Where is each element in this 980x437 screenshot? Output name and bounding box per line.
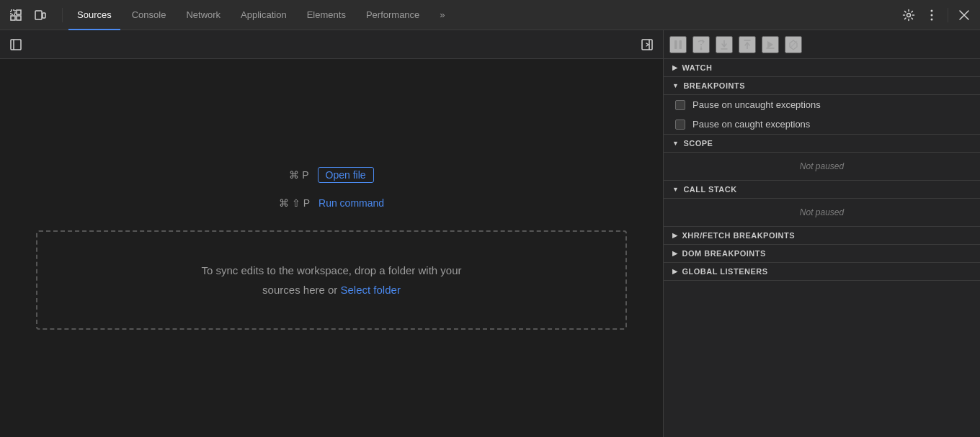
top-toolbar: Sources Console Network Application Elem… [0, 0, 980, 30]
xhr-section-header[interactable]: ▶ XHR/fetch Breakpoints [664, 227, 980, 245]
scope-section-header[interactable]: ▼ Scope [664, 135, 980, 153]
dom-section-header[interactable]: ▶ DOM Breakpoints [664, 245, 980, 263]
tab-application[interactable]: Application [232, 0, 295, 30]
xhr-triangle: ▶ [672, 232, 678, 239]
left-toolbar [0, 30, 663, 59]
deactivate-breakpoints-btn[interactable] [785, 36, 802, 53]
drop-zone-text-1: To sync edits to the workspace, drop a f… [201, 264, 461, 276]
tab-network[interactable]: Network [177, 0, 229, 30]
devtools-icons [6, 5, 50, 25]
svg-point-9 [931, 18, 933, 20]
tab-sources[interactable]: Sources [68, 0, 120, 30]
open-file-link[interactable]: Open file [318, 167, 374, 183]
global-label: Global Listeners [682, 267, 768, 276]
device-toggle-btn[interactable] [30, 5, 50, 25]
scope-not-paused: Not paused [664, 153, 980, 181]
svg-point-7 [931, 9, 933, 12]
top-bar-right [899, 5, 974, 25]
left-content: ⌘ P Open file ⌘ ⇧ P Run command To sync … [0, 59, 663, 437]
pause-caught-row: Pause on caught exceptions [664, 114, 980, 134]
open-file-shortcut: ⌘ P [289, 169, 308, 181]
scope-label: Scope [683, 139, 713, 148]
svg-point-6 [907, 13, 911, 17]
pause-caught-label: Pause on caught exceptions [692, 119, 810, 130]
pause-uncaught-label: Pause on uncaught exceptions [692, 99, 821, 110]
svg-rect-12 [642, 40, 652, 50]
dom-label: DOM Breakpoints [682, 249, 766, 258]
select-folder-link[interactable]: Select folder [341, 284, 401, 296]
svg-rect-0 [11, 10, 15, 14]
left-panel: ⌘ P Open file ⌘ ⇧ P Run command To sync … [0, 30, 663, 437]
run-command-shortcut: ⌘ ⇧ P [279, 197, 310, 209]
svg-point-17 [700, 48, 703, 50]
tab-elements[interactable]: Elements [298, 0, 355, 30]
open-file-row: ⌘ P Open file [289, 167, 373, 183]
close-btn[interactable] [954, 5, 974, 25]
step-btn[interactable] [762, 36, 779, 53]
tab-more[interactable]: » [431, 0, 453, 30]
svg-rect-3 [17, 16, 21, 20]
debug-toolbar [664, 30, 980, 59]
drop-zone-text-2: sources here or [262, 284, 337, 296]
watch-triangle: ▶ [672, 64, 678, 71]
pause-uncaught-checkbox[interactable] [675, 100, 685, 110]
scope-triangle: ▼ [672, 140, 679, 147]
run-command-link[interactable]: Run command [318, 197, 384, 209]
expand-panel-btn[interactable] [637, 35, 657, 55]
breakpoints-body: Pause on uncaught exceptions Pause on ca… [664, 95, 980, 135]
kebab-menu-btn[interactable] [922, 5, 942, 25]
toggle-sidebar-btn[interactable] [6, 35, 26, 55]
call-stack-section-header[interactable]: ▼ Call Stack [664, 181, 980, 199]
svg-point-8 [931, 14, 933, 16]
breakpoints-section-header[interactable]: ▼ Breakpoints [664, 77, 980, 95]
watch-label: Watch [682, 63, 713, 72]
tab-separator [62, 8, 63, 22]
step-out-btn[interactable] [739, 36, 756, 53]
main-layout: ⌘ P Open file ⌘ ⇧ P Run command To sync … [0, 30, 980, 437]
breakpoints-triangle: ▼ [672, 82, 679, 89]
call-stack-not-paused: Not paused [664, 199, 980, 227]
settings-btn[interactable] [899, 5, 919, 25]
svg-rect-2 [11, 16, 15, 20]
svg-rect-1 [17, 10, 21, 14]
call-stack-label: Call Stack [683, 185, 736, 194]
drop-zone[interactable]: To sync edits to the workspace, drop a f… [36, 230, 627, 330]
right-panel: ▶ Watch ▼ Breakpoints Pause on uncaught … [663, 30, 980, 437]
svg-rect-15 [680, 40, 682, 49]
pause-uncaught-row: Pause on uncaught exceptions [664, 95, 980, 114]
dom-triangle: ▶ [672, 250, 678, 257]
breakpoints-label: Breakpoints [683, 81, 745, 90]
step-over-btn[interactable] [692, 36, 710, 53]
watch-section-header[interactable]: ▶ Watch [664, 59, 980, 77]
tab-console[interactable]: Console [123, 0, 175, 30]
xhr-label: XHR/fetch Breakpoints [682, 231, 796, 240]
run-command-row: ⌘ ⇧ P Run command [279, 197, 384, 209]
svg-rect-10 [11, 40, 21, 50]
pause-caught-checkbox[interactable] [675, 120, 685, 130]
separator-2 [948, 8, 948, 22]
tab-performance[interactable]: Performance [357, 0, 428, 30]
svg-rect-14 [674, 40, 677, 49]
global-triangle: ▶ [672, 268, 678, 275]
pause-btn[interactable] [669, 36, 687, 53]
svg-rect-5 [43, 13, 45, 18]
inspector-icon-btn[interactable] [6, 5, 26, 25]
call-stack-triangle: ▼ [672, 186, 679, 193]
svg-rect-4 [35, 11, 42, 19]
step-into-btn[interactable] [716, 36, 733, 53]
global-section-header[interactable]: ▶ Global Listeners [664, 263, 980, 281]
